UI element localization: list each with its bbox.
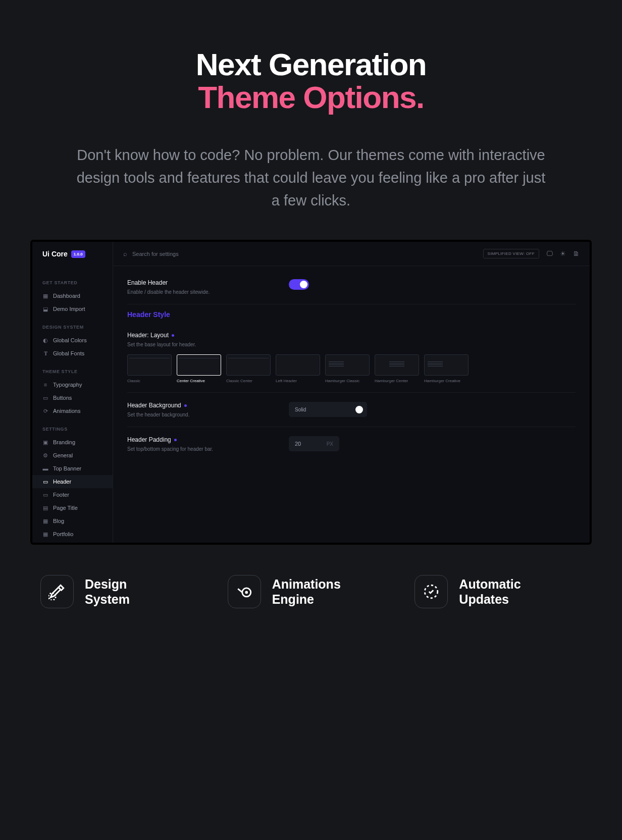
nav-footer[interactable]: ▭Footer	[32, 488, 113, 501]
page-title-icon: ▤	[42, 505, 48, 511]
enable-header-row: Enable Header Enable / disable the heade…	[127, 279, 576, 304]
buttons-icon: ▭	[42, 395, 48, 401]
header-background-row: Header Background Set the header backgro…	[127, 393, 576, 427]
nav-page-title[interactable]: ▤Page Title	[32, 501, 113, 514]
feature-design-system: DesignSystem	[40, 575, 208, 608]
dot-icon	[184, 404, 187, 407]
general-icon: ⚙	[42, 452, 48, 458]
header-layout-desc: Set the base layout for header.	[127, 342, 576, 347]
topbar: ⌕ Search for settings SIMPLIFIED VIEW: O…	[113, 242, 590, 266]
main-area: ⌕ Search for settings SIMPLIFIED VIEW: O…	[113, 242, 590, 543]
layout-options: Classic Center Creative Classic Center L…	[127, 354, 576, 383]
layout-hamburger-center[interactable]: Hamburger Center	[375, 354, 419, 383]
brand: Ui Core 1.0.0	[42, 250, 85, 258]
section-design-system: DESIGN SYSTEM	[32, 316, 113, 334]
banner-icon: ▬	[42, 465, 48, 471]
blog-icon: ▦	[42, 518, 48, 524]
portfolio-icon: ▦	[42, 531, 48, 537]
header-icon: ▭	[42, 479, 48, 485]
enable-header-label: Enable Header	[127, 279, 289, 286]
nav-dashboard[interactable]: ▦Dashboard	[32, 289, 113, 302]
palette-icon: ◐	[42, 337, 48, 343]
hero: Next Generation Theme Options. Don't kno…	[0, 0, 622, 212]
animations-icon: ⟳	[42, 408, 48, 414]
nav-typography[interactable]: ≡Typography	[32, 378, 113, 391]
section-get-started: GET STARTED	[32, 271, 113, 289]
feature-text: AutomaticUpdates	[459, 576, 521, 607]
dashboard-icon: ▦	[42, 293, 48, 299]
section-settings: SETTINGS	[32, 417, 113, 436]
title-line1: Next Generation	[196, 47, 426, 82]
font-icon: 𝐓	[42, 350, 48, 356]
search-icon: ⌕	[123, 250, 127, 257]
nav-global-fonts[interactable]: 𝐓Global Fonts	[32, 347, 113, 360]
typography-icon: ≡	[42, 382, 48, 388]
padding-value: 20	[295, 441, 301, 447]
feature-updates: AutomaticUpdates	[414, 575, 582, 608]
theme-options-panel: Ui Core 1.0.0 GET STARTED ▦Dashboard ⬓De…	[30, 240, 592, 545]
hero-subtitle: Don't know how to code? No problem. Our …	[61, 144, 561, 212]
header-padding-row: Header Padding Set top/bottom spacing fo…	[127, 427, 576, 461]
desktop-icon[interactable]: 🖵	[546, 250, 553, 257]
color-swatch	[355, 406, 363, 413]
nav-branding[interactable]: ▣Branding	[32, 436, 113, 449]
svg-point-2	[245, 591, 248, 594]
theme-toggle-icon[interactable]: ☀	[560, 250, 566, 257]
features-row: DesignSystem AnimationsEngine AutomaticU…	[0, 545, 622, 608]
nav-portfolio[interactable]: ▦Portfolio	[32, 528, 113, 541]
header-layout-row: Header: Layout Set the base layout for h…	[127, 323, 576, 393]
enable-header-toggle[interactable]	[289, 279, 309, 290]
hero-title: Next Generation Theme Options.	[61, 48, 561, 114]
content: Enable Header Enable / disable the heade…	[113, 266, 590, 474]
sidebar: GET STARTED ▦Dashboard ⬓Demo Import DESI…	[32, 242, 113, 543]
layout-classic-center[interactable]: Classic Center	[226, 354, 271, 383]
nav-woocommerce[interactable]: 🛍WooCommerce	[32, 541, 113, 543]
layout-hamburger-creative[interactable]: Hamburger Creative	[424, 354, 469, 383]
search-placeholder: Search for settings	[132, 251, 179, 257]
header-bg-label: Header Background	[127, 402, 289, 409]
header-padding-desc: Set top/bottom spacing for header bar.	[127, 446, 289, 452]
layout-left-header[interactable]: Left Header	[276, 354, 320, 383]
import-icon: ⬓	[42, 306, 48, 312]
layout-classic[interactable]: Classic	[127, 354, 172, 383]
nav-blog[interactable]: ▦Blog	[32, 514, 113, 528]
brand-logo: Ui Core	[42, 250, 68, 258]
blender-icon	[228, 575, 261, 608]
save-icon[interactable]: 🗎	[573, 250, 580, 257]
nav-top-banner[interactable]: ▬Top Banner	[32, 462, 113, 475]
enable-header-desc: Enable / disable the header sitewide.	[127, 289, 289, 295]
header-layout-label: Header: Layout	[127, 332, 576, 339]
search-input[interactable]: ⌕ Search for settings	[123, 250, 179, 257]
padding-unit: PX	[327, 441, 333, 447]
header-style-heading: Header Style	[127, 310, 576, 319]
feature-text: DesignSystem	[85, 576, 130, 607]
simplified-view-toggle[interactable]: SIMPLIFIED VIEW: OFF	[483, 249, 539, 258]
header-padding-input[interactable]: 20 PX	[289, 436, 339, 451]
title-line2: Theme Options.	[198, 80, 424, 115]
feature-text: AnimationsEngine	[272, 576, 341, 607]
update-icon	[414, 575, 448, 608]
feature-animations: AnimationsEngine	[228, 575, 395, 608]
layout-hamburger-classic[interactable]: Hamburger Classic	[325, 354, 370, 383]
header-bg-select[interactable]: Solid	[289, 402, 367, 417]
nav-global-colors[interactable]: ◐Global Colors	[32, 334, 113, 347]
eyedropper-icon	[40, 575, 74, 608]
version-badge: 1.0.0	[71, 250, 85, 258]
nav-buttons[interactable]: ▭Buttons	[32, 391, 113, 404]
header-bg-value: Solid	[295, 407, 306, 412]
header-bg-desc: Set the header background.	[127, 412, 289, 417]
dot-icon	[172, 334, 174, 337]
section-theme-style: THEME STYLE	[32, 360, 113, 378]
nav-header[interactable]: ▭Header	[32, 475, 113, 488]
header-padding-label: Header Padding	[127, 436, 289, 443]
footer-icon: ▭	[42, 492, 48, 498]
dot-icon	[174, 439, 177, 441]
layout-center-creative[interactable]: Center Creative	[177, 354, 221, 383]
nav-general[interactable]: ⚙General	[32, 449, 113, 462]
nav-demo-import[interactable]: ⬓Demo Import	[32, 302, 113, 316]
nav-animations[interactable]: ⟳Animations	[32, 404, 113, 417]
branding-icon: ▣	[42, 439, 48, 445]
